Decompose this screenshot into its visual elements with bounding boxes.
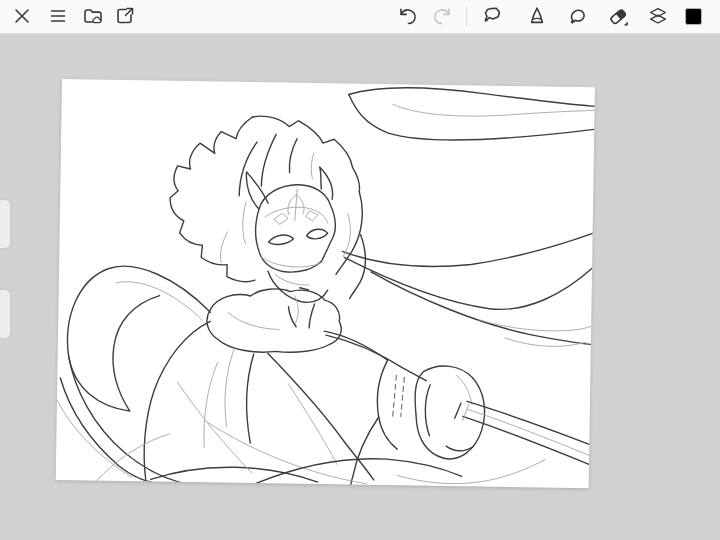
lasso-select-icon bbox=[480, 4, 504, 28]
layers-button[interactable] bbox=[646, 4, 670, 28]
pen-tool-icon bbox=[525, 4, 549, 28]
smudge-tool-icon bbox=[565, 4, 589, 28]
export-share-icon bbox=[113, 4, 137, 28]
pen-tool-button[interactable] bbox=[525, 4, 549, 28]
left-drawer-handle-bottom[interactable] bbox=[0, 290, 10, 338]
top-toolbar bbox=[0, 0, 720, 34]
lasso-select-button[interactable] bbox=[480, 4, 504, 28]
canvas-artwork bbox=[56, 79, 595, 488]
eraser-submenu-arrow-icon bbox=[624, 22, 628, 26]
drawing-canvas[interactable] bbox=[56, 79, 595, 488]
undo-button[interactable] bbox=[396, 4, 420, 28]
redo-icon bbox=[430, 4, 454, 28]
close-button[interactable] bbox=[10, 4, 34, 28]
export-share-button[interactable] bbox=[113, 4, 137, 28]
close-icon bbox=[10, 4, 34, 28]
toolbar-divider bbox=[466, 7, 467, 26]
eraser-icon bbox=[606, 4, 630, 28]
color-swatch[interactable] bbox=[685, 8, 702, 25]
smudge-tool-button[interactable] bbox=[565, 4, 589, 28]
left-drawer-handle-top[interactable] bbox=[0, 200, 10, 248]
menu-icon bbox=[46, 4, 70, 28]
layers-icon bbox=[646, 4, 670, 28]
undo-icon bbox=[396, 4, 420, 28]
eraser-button[interactable] bbox=[606, 4, 630, 28]
gallery-folder-icon bbox=[81, 4, 105, 28]
redo-button[interactable] bbox=[430, 4, 454, 28]
menu-button[interactable] bbox=[46, 4, 70, 28]
gallery-folder-button[interactable] bbox=[81, 4, 105, 28]
